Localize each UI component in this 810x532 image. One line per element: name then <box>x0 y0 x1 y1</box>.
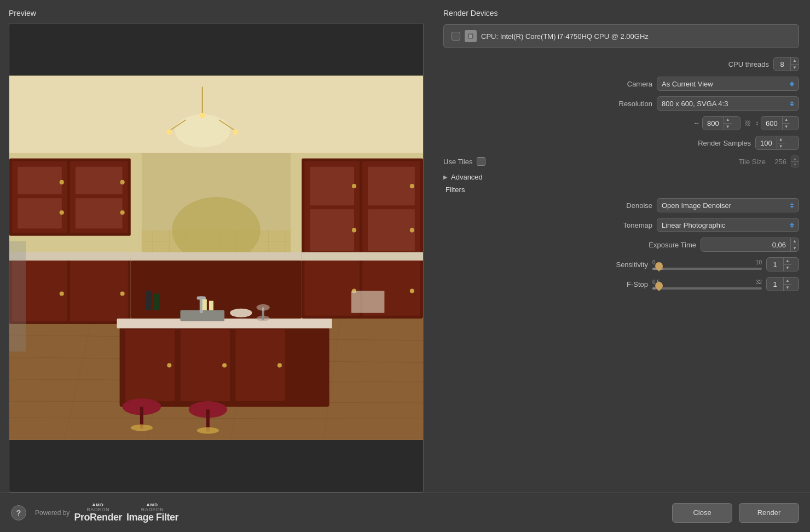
tile-size-arrows: ▲ ▼ <box>791 155 799 167</box>
svg-rect-26 <box>76 167 123 194</box>
exposure-time-up[interactable]: ▲ <box>791 238 799 245</box>
exposure-time-down[interactable]: ▼ <box>791 245 799 252</box>
svg-point-101 <box>257 304 270 311</box>
preview-image-container <box>9 23 424 493</box>
resolution-dropdown-value: 800 x 600, SVGA 4:3 <box>662 100 728 108</box>
sensitivity-up[interactable]: ▲ <box>784 258 791 265</box>
svg-rect-38 <box>9 252 131 261</box>
resolution-label: Resolution <box>619 100 652 108</box>
svg-point-31 <box>60 210 64 215</box>
resolution-dropdown-arrow <box>790 101 794 106</box>
width-icon: ↔ <box>693 119 700 127</box>
tile-size-value: 256 <box>770 158 786 166</box>
arrow-down-icon <box>790 104 794 106</box>
camera-dropdown[interactable]: As Current View <box>657 77 799 91</box>
arrow-down-icon <box>790 206 794 208</box>
width-input[interactable]: 800 ▲ ▼ <box>702 116 740 130</box>
render-samples-input[interactable]: 100 ▲ ▼ <box>755 136 799 150</box>
svg-rect-25 <box>18 167 62 194</box>
width-down[interactable]: ▼ <box>724 124 732 130</box>
exposure-time-label: Exposure Time <box>649 241 696 249</box>
tonemap-dropdown-arrow <box>790 223 794 228</box>
render-samples-label: Render Samples <box>698 139 751 147</box>
sensitivity-down[interactable]: ▼ <box>784 265 791 271</box>
arrow-up-icon <box>790 101 794 103</box>
sensitivity-label: Sensitivity <box>616 261 648 269</box>
height-down[interactable]: ▼ <box>783 124 790 130</box>
cpu-threads-input[interactable]: 8 ▲ ▼ <box>773 57 799 71</box>
device-label: CPU: Intel(R) Core(TM) i7-4750HQ CPU @ 2… <box>481 32 649 41</box>
svg-point-83 <box>277 363 282 368</box>
filters-form: Denoise Open Image Denoiser Tonemap Line… <box>443 198 799 291</box>
tile-size-up[interactable]: ▲ <box>791 156 799 161</box>
arrow-up-icon <box>790 82 794 84</box>
use-tiles-row: Use Tiles Tile Size 256 ▲ ▼ <box>443 155 799 167</box>
denoise-dropdown[interactable]: Open Image Denoiser <box>657 198 799 212</box>
help-button[interactable]: ? <box>11 505 26 521</box>
tonemap-row: Tonemap Linear Photographic <box>443 218 799 232</box>
height-up[interactable]: ▲ <box>783 117 790 124</box>
cpu-threads-up[interactable]: ▲ <box>791 57 799 65</box>
width-arrows: ▲ ▼ <box>724 117 732 130</box>
fstop-label: F-Stop <box>627 280 648 288</box>
advanced-header[interactable]: ▶ Advanced <box>443 173 799 181</box>
powered-by-label: Powered by <box>35 509 70 517</box>
filters-section: Filters Denoise Open Image Denoiser <box>443 186 799 291</box>
fstop-track[interactable] <box>652 287 762 290</box>
svg-rect-44 <box>310 209 354 251</box>
close-button[interactable]: Close <box>672 503 732 523</box>
svg-rect-28 <box>76 198 123 228</box>
advanced-section: ▶ Advanced <box>443 173 799 181</box>
sensitivity-track[interactable] <box>652 268 762 270</box>
preview-panel: Preview <box>0 0 432 493</box>
cpu-threads-down[interactable]: ▼ <box>791 65 799 71</box>
tonemap-dropdown[interactable]: Linear Photographic <box>657 218 799 232</box>
kitchen-preview-image <box>9 24 423 492</box>
svg-point-6 <box>166 129 172 135</box>
svg-point-81 <box>167 363 171 368</box>
tile-size-down[interactable]: ▼ <box>791 161 799 167</box>
svg-rect-45 <box>368 209 415 251</box>
fstop-down[interactable]: ▼ <box>784 285 791 291</box>
use-tiles-label: Use Tiles <box>443 158 472 166</box>
device-item: CPU: Intel(R) Core(TM) i7-4750HQ CPU @ 2… <box>443 24 799 48</box>
powered-by-section: Powered by AMD RADEON ProRender AMD RADE… <box>35 503 178 522</box>
svg-point-37 <box>120 291 125 296</box>
resolution-dropdown[interactable]: 800 x 600, SVGA 4:3 <box>657 96 799 111</box>
render-button[interactable]: Render <box>739 503 799 523</box>
exposure-time-value: 0,06 <box>701 241 790 249</box>
use-tiles-checkbox[interactable] <box>477 157 485 166</box>
footer-right: Close Render <box>672 503 799 523</box>
prorender-logo: AMD RADEON ProRender <box>74 503 122 522</box>
width-up[interactable]: ▲ <box>724 117 732 124</box>
fstop-slider-container: 0.5 32 <box>652 279 762 290</box>
svg-point-54 <box>410 288 414 293</box>
fstop-row: F-Stop 0.5 32 1 ▲ <box>443 277 799 291</box>
exposure-time-input[interactable]: 0,06 ▲ ▼ <box>701 238 799 252</box>
svg-point-47 <box>410 184 414 188</box>
svg-point-2 <box>175 114 230 147</box>
sensitivity-value-input[interactable]: 1 ▲ ▼ <box>766 257 799 271</box>
fstop-up[interactable]: ▲ <box>784 277 791 285</box>
exposure-time-arrows: ▲ ▼ <box>790 238 799 251</box>
height-input[interactable]: 600 ▲ ▼ <box>761 116 799 130</box>
fstop-arrows: ▲ ▼ <box>783 277 791 291</box>
fstop-value-input[interactable]: 1 ▲ ▼ <box>766 277 799 291</box>
svg-rect-95 <box>202 299 207 310</box>
camera-dropdown-arrow <box>790 82 794 86</box>
render-devices-section: Render Devices <box>443 9 799 48</box>
render-samples-up[interactable]: ▲ <box>777 136 785 143</box>
filters-label: Filters <box>443 186 799 194</box>
resolution-dropdown-row: Resolution 800 x 600, SVGA 4:3 <box>443 96 799 111</box>
link-icon: ⛓ <box>743 120 753 126</box>
svg-rect-102 <box>9 241 26 352</box>
denoise-label: Denoise <box>626 201 652 210</box>
svg-rect-98 <box>351 291 384 313</box>
cpu-threads-value: 8 <box>774 60 790 68</box>
tonemap-value: Linear Photographic <box>662 221 725 229</box>
device-checkbox[interactable] <box>452 32 460 41</box>
render-samples-down[interactable]: ▼ <box>777 143 785 150</box>
settings-panel: Render Devices <box>432 0 810 493</box>
arrow-down-icon <box>790 84 794 86</box>
denoise-row: Denoise Open Image Denoiser <box>443 198 799 212</box>
